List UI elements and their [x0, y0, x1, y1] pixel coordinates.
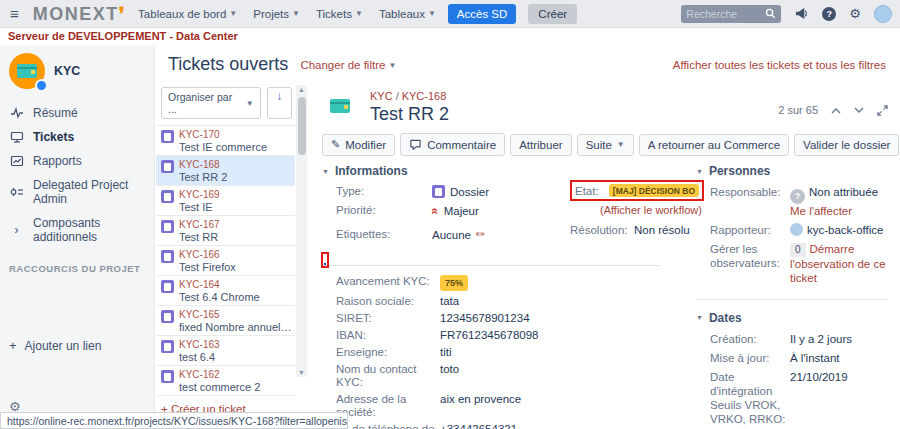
shortcut-link[interactable] — [9, 300, 150, 310]
date-label: Mise à jour: — [710, 351, 790, 365]
ticket-list-item[interactable]: KYC-170 Test IE commerce — [156, 126, 295, 156]
tab[interactable] — [324, 255, 326, 265]
chevron-down-icon: ▼ — [229, 9, 237, 18]
watchers-row: Gérer les observateurs: 0Démarre l'obser… — [710, 242, 888, 285]
chart-icon — [9, 154, 24, 168]
toolbar-button[interactable]: Valider le dossier — [794, 134, 899, 156]
issue-type-icon — [161, 340, 174, 353]
chevron-down-icon: ▼ — [246, 99, 254, 108]
assign-to-me-link[interactable]: Me l'affecter — [790, 205, 852, 217]
sidebar-item[interactable]: › Composants additionnels — [9, 211, 150, 249]
acces-sd-button[interactable]: Accès SD — [448, 4, 517, 24]
sort-by-dropdown[interactable]: Organiser par ... ▼ — [161, 87, 261, 119]
sidebar-item[interactable]: Résumé — [9, 101, 150, 125]
search-box[interactable] — [681, 5, 781, 23]
ticket-key: KYC-170 — [179, 128, 267, 141]
shortcut-link[interactable] — [9, 290, 150, 300]
edit-labels-pencil-icon[interactable]: ✏ — [476, 228, 485, 241]
detail-header: KYC/KYC-168 Test RR 2 2 sur 65 — [322, 88, 888, 126]
shortcut-link[interactable] — [9, 280, 150, 290]
sort-direction-button[interactable]: ↓ — [267, 87, 292, 119]
help-icon[interactable]: ? — [822, 7, 836, 21]
toolbar-button[interactable]: A retourner au Commerce — [639, 134, 789, 156]
reporter-row: Rapporteur: kyc-back-office — [710, 223, 888, 237]
priority-major-icon: « — [428, 208, 442, 215]
dates-header[interactable]: ▼ Dates — [696, 311, 888, 325]
shortcuts-list — [9, 280, 150, 330]
navbar-right: ? ⚙ — [681, 5, 892, 23]
field-value: 75% — [440, 275, 468, 291]
tab[interactable] — [346, 255, 348, 265]
next-issue-icon[interactable] — [854, 107, 864, 114]
sidebar-nav: Résumé Tickets Rapports Delegated Projec… — [9, 101, 150, 249]
informations-header[interactable]: ▼ Informations — [322, 164, 660, 178]
ticket-list-item[interactable]: KYC-167 Test RR — [156, 216, 295, 246]
add-link-button[interactable]: + Ajouter un lien — [9, 338, 150, 353]
watchers-count-badge[interactable]: 0 — [790, 243, 806, 257]
dates-rows: Création: Il y a 2 jours Mise à jour: À … — [696, 325, 888, 426]
sidebar-item[interactable]: Rapports — [9, 149, 150, 173]
hamburger-menu-icon[interactable]: ≡ — [10, 5, 19, 22]
navbar-menu-item[interactable]: Tableaux ▼ — [379, 8, 436, 20]
people-header[interactable]: ▼ Personnes — [696, 164, 888, 178]
field-row: Avancement KYC: 75% — [336, 275, 660, 291]
search-icon — [765, 8, 776, 19]
field-label: Adresse de la société: — [336, 393, 440, 419]
sidebar-item[interactable]: Delegated Project Admin — [9, 173, 150, 211]
toolbar-button[interactable]: ✎ Modifier — [322, 134, 395, 156]
ticket-list-item[interactable]: KYC-162 test commerce 2 — [156, 366, 295, 396]
top-navbar: ≡ MONEXT❜ Tableaux de bord ▼ Projets ▼ T… — [0, 0, 900, 28]
ticket-list-item[interactable]: KYC-163 test 6.4 — [156, 336, 295, 366]
navbar-menu-item[interactable]: Tableaux de bord ▼ — [138, 8, 237, 20]
ticket-list-item[interactable]: KYC-169 Test IE — [156, 186, 295, 216]
announcement-icon[interactable] — [794, 7, 809, 20]
issue-type-icon — [161, 190, 174, 203]
monext-logo[interactable]: MONEXT❜ — [33, 5, 126, 23]
list-scrollbar[interactable]: ▲ ▼ — [296, 85, 307, 377]
navbar-menu-item[interactable]: Projets ▼ — [253, 8, 300, 20]
navbar-menu-item[interactable]: Tickets ▼ — [316, 8, 363, 20]
user-avatar[interactable] — [874, 5, 892, 23]
date-value: À l'instant — [790, 351, 840, 365]
settings-gear-icon[interactable]: ⚙ — [849, 7, 861, 20]
breadcrumb-key-link[interactable]: KYC-168 — [402, 90, 447, 102]
expand-icon[interactable] — [877, 105, 888, 116]
toolbar-button[interactable]: Suite ▼ — [577, 134, 634, 156]
field-row: Enseigne: titi — [336, 346, 660, 359]
search-input[interactable] — [686, 8, 765, 20]
previous-issue-icon[interactable] — [831, 107, 841, 114]
toolbar-button[interactable]: Attribuer — [510, 134, 571, 156]
breadcrumb-project-link[interactable]: KYC — [370, 90, 393, 102]
tab[interactable] — [368, 255, 370, 265]
chevron-right-icon: › — [9, 223, 24, 237]
ticket-key: KYC-168 — [179, 158, 227, 171]
shortcut-link[interactable] — [9, 320, 150, 330]
ticket-list-item[interactable]: KYC-165 fixed Nombre annuel de... — [156, 306, 295, 336]
pencil-icon: ✎ — [331, 139, 340, 150]
scrollbar-thumb[interactable] — [298, 97, 306, 155]
main-area: Tickets ouverts Changer de filtre ▼ Affi… — [156, 45, 900, 429]
issue-type-icon — [161, 130, 174, 143]
field-value: 12345678901234 — [440, 312, 530, 325]
ticket-list-item[interactable]: KYC-166 Test Firefox — [156, 246, 295, 276]
detail-tabs — [322, 255, 660, 266]
pulse-icon — [9, 106, 24, 120]
ticket-list-item[interactable]: KYC-168 Test RR 2 — [156, 156, 295, 186]
status-url-tooltip: https://online-rec.monext.fr/projects/KY… — [0, 412, 348, 429]
toolbar-button[interactable]: Commentaire — [400, 133, 505, 156]
shortcut-link[interactable] — [9, 310, 150, 320]
sidebar-item[interactable]: Tickets — [9, 125, 150, 149]
project-header[interactable]: KYC — [9, 53, 150, 89]
pager-position: 2 sur 65 — [778, 104, 818, 116]
scroll-down-icon[interactable]: ▼ — [296, 369, 307, 376]
chevron-down-icon: ▼ — [292, 9, 300, 18]
change-filter-link[interactable]: Changer de filtre ▼ — [300, 59, 396, 71]
scroll-up-icon[interactable]: ▲ — [296, 86, 307, 93]
ticket-list-item[interactable]: KYC-164 Test 6.4 Chrome — [156, 276, 295, 306]
show-all-filters-link[interactable]: Afficher toutes les tickets et tous les … — [673, 59, 886, 71]
wallet-icon — [17, 64, 37, 78]
ticket-summary: Test RR — [179, 231, 220, 244]
date-value: Il y a 2 jours — [790, 332, 852, 346]
create-button[interactable]: Créer — [528, 4, 577, 24]
field-label: SIRET: — [336, 312, 440, 325]
